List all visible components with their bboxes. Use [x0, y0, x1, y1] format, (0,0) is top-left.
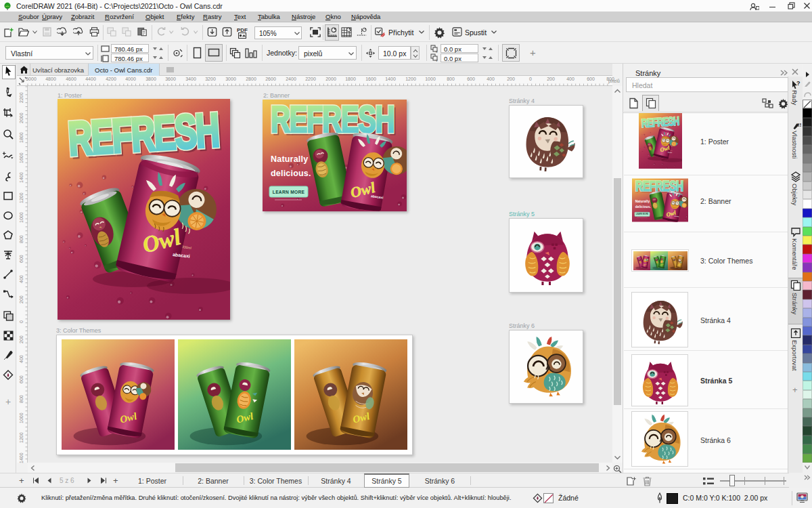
- svg-text:?: ?: [796, 80, 800, 87]
- svg-text:!!: !!: [798, 122, 801, 128]
